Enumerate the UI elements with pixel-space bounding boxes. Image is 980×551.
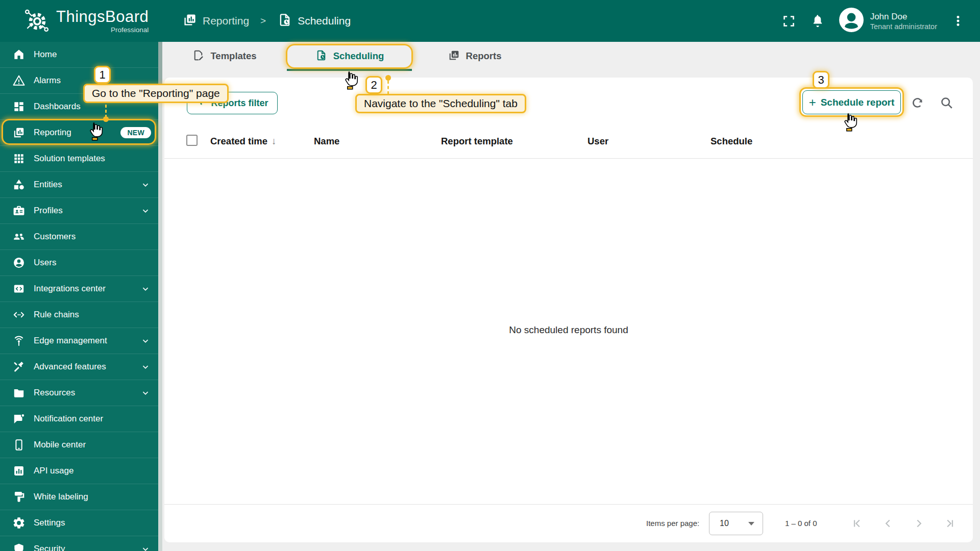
sidebar-item-label: Entities	[34, 180, 140, 190]
column-label: Created time	[210, 136, 267, 147]
sidebar-item-settings[interactable]: Settings	[0, 510, 158, 536]
sidebar-item-advanced-features[interactable]: Advanced features	[0, 354, 158, 380]
entities-icon	[12, 178, 26, 191]
last-page-icon[interactable]	[942, 516, 957, 531]
logo-subtitle: Professional	[111, 26, 149, 34]
active-tab-indicator	[287, 69, 412, 71]
tab-templates[interactable]: Templates	[162, 42, 287, 70]
sidebar-item-integrations-center[interactable]: Integrations center	[0, 276, 158, 302]
breadcrumb-label: Reporting	[203, 15, 249, 27]
sidebar-item-label: Resources	[34, 388, 140, 398]
tab-reports[interactable]: Reports	[412, 42, 537, 70]
app-header: ThingsBoard Professional Reporting >	[0, 0, 980, 42]
sidebar: Home Alarms Dashboards	[0, 42, 158, 551]
dashboards-icon	[12, 100, 26, 113]
pagination-range-label: 1 – 0 of 0	[785, 519, 817, 528]
sidebar-item-label: Users	[34, 258, 151, 268]
solution-templates-icon	[12, 152, 26, 165]
column-label: Name	[314, 136, 339, 147]
tab-scheduling[interactable]: Scheduling	[287, 42, 412, 70]
callout-1-text: Go to the "Reporting" page	[83, 84, 229, 103]
items-per-page-label: Items per page:	[646, 519, 699, 528]
items-per-page-select[interactable]: 10	[709, 512, 763, 535]
callout-3-number: 3	[813, 71, 829, 89]
callout-2-text: Navigate to the "Scheduling" tab	[355, 94, 526, 113]
breadcrumb-item-scheduling[interactable]: Scheduling	[277, 12, 351, 30]
sidebar-item-profiles[interactable]: Profiles	[0, 198, 158, 224]
first-page-icon[interactable]	[850, 516, 865, 531]
items-per-page-value: 10	[720, 519, 729, 528]
next-page-icon[interactable]	[912, 516, 926, 531]
fullscreen-icon[interactable]	[781, 13, 797, 29]
chevron-down-icon	[140, 205, 151, 216]
avatar	[839, 7, 864, 35]
integrations-center-icon	[12, 282, 26, 295]
edge-management-icon	[12, 334, 26, 347]
sidebar-item-solution-templates[interactable]: Solution templates	[0, 146, 158, 172]
new-badge: NEW	[120, 127, 151, 138]
refresh-icon[interactable]	[910, 95, 925, 110]
settings-icon	[12, 516, 26, 530]
tab-label: Scheduling	[333, 51, 384, 62]
sidebar-item-resources[interactable]: Resources	[0, 380, 158, 406]
sidebar-item-label: Notification center	[34, 414, 151, 424]
notification-center-icon	[12, 412, 26, 425]
sidebar-item-home[interactable]: Home	[0, 42, 158, 68]
sidebar-item-label: Home	[34, 49, 151, 60]
scheduling-icon	[277, 12, 292, 30]
sidebar-item-users[interactable]: Users	[0, 250, 158, 276]
callout-1-dot	[103, 116, 109, 122]
sidebar-item-edge-management[interactable]: Edge management	[0, 328, 158, 354]
column-header-created-time[interactable]: Created time ↓	[210, 136, 277, 147]
sidebar-item-label: Edge management	[34, 336, 140, 346]
user-role: Tenant administrator	[870, 22, 937, 31]
reporting-icon	[12, 126, 26, 139]
column-header-schedule[interactable]: Schedule	[710, 136, 752, 147]
resources-icon	[12, 386, 26, 399]
sidebar-item-label: Customers	[34, 232, 151, 242]
breadcrumb-item-reporting[interactable]: Reporting	[182, 12, 249, 30]
sidebar-item-white-labeling[interactable]: White labeling	[0, 484, 158, 510]
sidebar-item-security[interactable]: Security	[0, 536, 158, 551]
chevron-down-icon	[140, 179, 151, 190]
user-menu[interactable]: John Doe Tenant administrator	[839, 7, 937, 35]
thingsboard-logo-icon	[22, 6, 51, 36]
sidebar-item-api-usage[interactable]: API usage	[0, 458, 158, 484]
tab-label: Templates	[210, 51, 256, 62]
content-card	[164, 78, 973, 542]
select-all-checkbox[interactable]	[186, 135, 198, 146]
column-header-report-template[interactable]: Report template	[441, 136, 513, 147]
table-header-divider	[164, 158, 973, 159]
schedule-report-button[interactable]: + Schedule report	[802, 90, 901, 114]
column-label: User	[587, 136, 608, 147]
search-icon[interactable]	[939, 95, 954, 110]
sidebar-item-customers[interactable]: Customers	[0, 224, 158, 250]
sidebar-item-reporting[interactable]: Reporting NEW	[0, 120, 158, 146]
notifications-bell-icon[interactable]	[810, 13, 825, 29]
reports-icon	[448, 49, 460, 64]
sidebar-item-rule-chains[interactable]: Rule chains	[0, 302, 158, 328]
sidebar-item-label: White labeling	[34, 492, 151, 502]
select-caret-icon	[748, 522, 754, 525]
column-header-user[interactable]: User	[587, 136, 608, 147]
sidebar-item-entities[interactable]: Entities	[0, 172, 158, 198]
sidebar-item-label: Mobile center	[34, 440, 151, 450]
tab-label: Reports	[466, 51, 502, 62]
sidebar-item-label: Integrations center	[34, 284, 140, 294]
sidebar-item-label: Reporting	[34, 128, 120, 138]
previous-page-icon[interactable]	[881, 516, 895, 531]
home-icon	[12, 48, 26, 61]
chevron-down-icon	[140, 543, 151, 551]
sidebar-item-mobile-center[interactable]: Mobile center	[0, 432, 158, 458]
kebab-menu-icon[interactable]	[950, 13, 966, 29]
thingsboard-app: ThingsBoard Professional Reporting >	[0, 0, 980, 551]
api-usage-icon	[12, 464, 26, 478]
thingsboard-logo[interactable]: ThingsBoard Professional	[22, 6, 149, 36]
mobile-center-icon	[12, 438, 26, 452]
sort-desc-icon: ↓	[272, 136, 277, 147]
profiles-icon	[12, 204, 26, 217]
sidebar-scrollbar[interactable]	[158, 42, 162, 551]
column-header-name[interactable]: Name	[314, 136, 339, 147]
sidebar-item-notification-center[interactable]: Notification center	[0, 406, 158, 432]
sidebar-item-label: Security	[34, 544, 140, 551]
